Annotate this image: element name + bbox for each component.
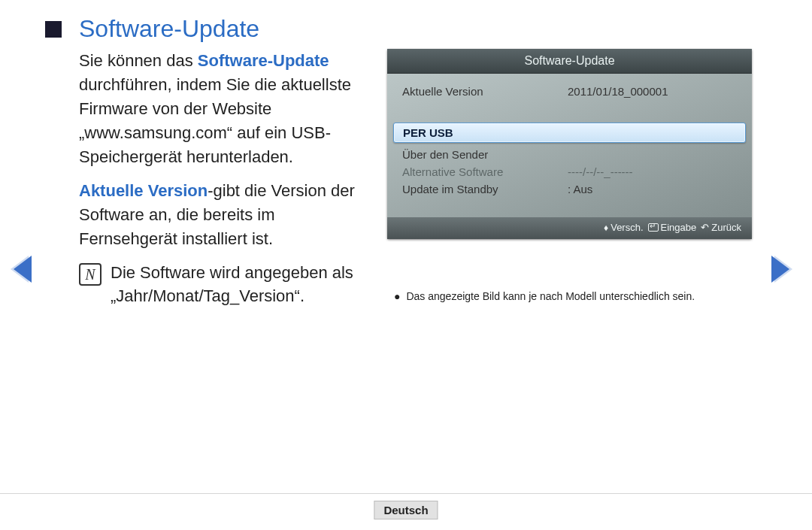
current-version-value: 2011/01/18_000001 (568, 85, 737, 98)
back-icon: ↶ (701, 222, 709, 233)
footer-enter-label: Eingabe (661, 222, 697, 233)
note-row: N Die Software wird angegeben als „Jahr/… (79, 262, 376, 308)
menu-item-sender[interactable]: Über den Sender (387, 146, 752, 163)
footer-back-label: Zurück (711, 222, 741, 233)
intro-prefix: Sie können das (79, 51, 198, 70)
page-title: Software-Update (79, 15, 376, 43)
menu-item-standby[interactable]: Update im Standby : Aus (387, 180, 752, 198)
version-paragraph: Aktuelle Version-gibt die Version der So… (79, 179, 376, 251)
section-bullet-icon (45, 21, 62, 38)
note-icon: N (79, 263, 102, 286)
standby-label: Update im Standby (402, 183, 568, 195)
menu-item-alternative[interactable]: Alternative Software ----/--/--_------ (387, 163, 752, 180)
intro-highlight: Software-Update (198, 51, 329, 70)
panel-bottom-gap (387, 198, 752, 214)
footer-move: ♦ Versch. (604, 222, 643, 233)
tv-panel-footer: ♦ Versch. Eingabe ↶ Zurück (387, 217, 752, 239)
caption-text: Das angezeigte Bild kann je nach Modell … (406, 289, 695, 304)
footer-divider (0, 493, 812, 494)
left-column: Software-Update Sie können das Software-… (0, 15, 376, 308)
updown-icon: ♦ (604, 223, 608, 232)
nav-left-arrow-icon[interactable] (14, 256, 32, 283)
footer-move-label: Versch. (611, 222, 643, 233)
intro-suffix: durchführen, indem Sie die aktuellste Fi… (79, 75, 351, 166)
enter-icon (648, 223, 659, 232)
image-caption: ● Das angezeigte Bild kann je nach Model… (391, 289, 752, 304)
right-column: Software-Update Aktuelle Version 2011/01… (391, 15, 767, 308)
note-text: Die Software wird angegeben als „Jahr/Mo… (111, 262, 376, 308)
panel-gap (387, 100, 752, 123)
nav-right-arrow-icon[interactable] (771, 256, 789, 283)
page-content: Software-Update Sie können das Software-… (0, 0, 812, 308)
footer-back: ↶ Zurück (701, 222, 741, 233)
intro-paragraph: Sie können das Software-Update durchführ… (79, 49, 376, 168)
menu-item-per-usb[interactable]: PER USB (393, 123, 746, 143)
alternative-value: ----/--/--_------ (568, 165, 737, 178)
tv-panel-header: Software-Update (387, 49, 752, 74)
tv-panel-body: Aktuelle Version 2011/01/18_000001 PER U… (387, 74, 752, 217)
standby-value: : Aus (568, 183, 737, 195)
caption-bullet-icon: ● (391, 289, 400, 304)
current-version-label: Aktuelle Version (402, 85, 568, 98)
footer-enter: Eingabe (648, 222, 697, 233)
tv-menu-panel: Software-Update Aktuelle Version 2011/01… (387, 49, 752, 239)
current-version-row: Aktuelle Version 2011/01/18_000001 (387, 83, 752, 100)
alternative-label: Alternative Software (402, 165, 568, 178)
version-highlight: Aktuelle Version (79, 181, 208, 200)
language-badge: Deutsch (374, 501, 438, 519)
